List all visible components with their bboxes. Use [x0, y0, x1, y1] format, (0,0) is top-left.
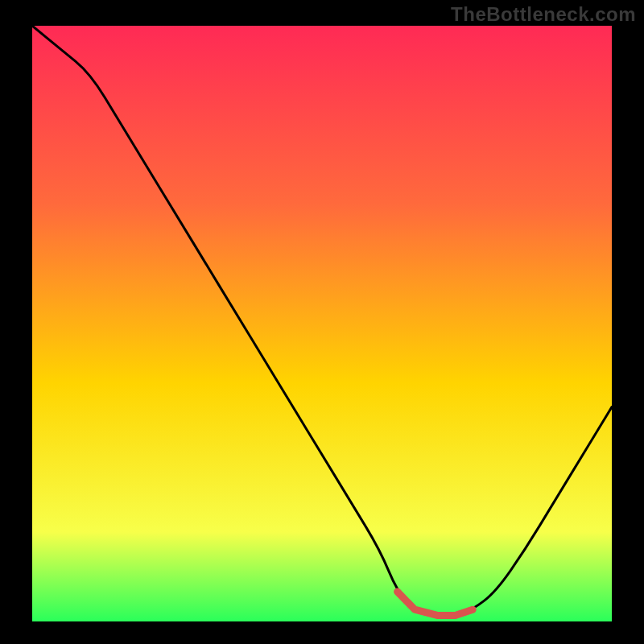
watermark-text: TheBottleneck.com: [451, 3, 636, 26]
chart-svg: [32, 26, 612, 621]
chart-background: [32, 26, 612, 621]
bottleneck-chart: [32, 26, 612, 621]
page-root: TheBottleneck.com: [0, 0, 644, 644]
